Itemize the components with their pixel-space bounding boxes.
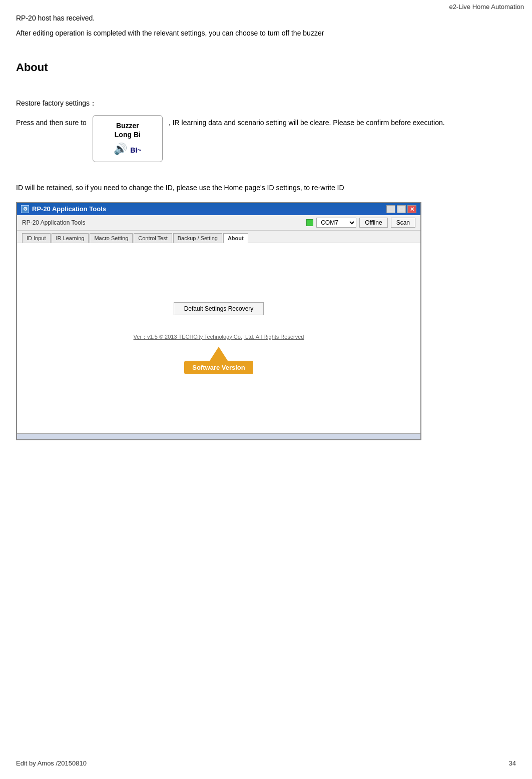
- app-titlebar: ⚙ RP-20 Application Tools _ □ ✕: [17, 203, 420, 215]
- toolbar-right: COM7 Offline Scan: [306, 218, 415, 228]
- tab-ir-learning[interactable]: IR Learning: [52, 233, 89, 243]
- app-window: ⚙ RP-20 Application Tools _ □ ✕ RP-20 Ap…: [16, 202, 421, 440]
- tab-about[interactable]: About: [223, 233, 248, 243]
- page-header: e2-Live Home Automation: [0, 0, 532, 13]
- titlebar-left: ⚙ RP-20 Application Tools: [21, 205, 106, 213]
- header-title: e2-Live Home Automation: [449, 3, 524, 11]
- annotation-arrow: [210, 347, 228, 361]
- intro-line1: RP-20 host has received.: [16, 13, 516, 24]
- restore-button[interactable]: □: [397, 205, 406, 213]
- tab-id-input[interactable]: ID Input: [22, 233, 51, 243]
- intro-line2: After editing operation is completed wit…: [16, 28, 516, 39]
- buzzer-row: Press and then sure to Buzzer Long Bi 🔊 …: [16, 115, 516, 162]
- toolbar-label: RP-20 Application Tools: [22, 219, 302, 226]
- scan-button[interactable]: Scan: [391, 218, 415, 228]
- titlebar-controls[interactable]: _ □ ✕: [386, 205, 416, 213]
- restore-heading: Restore factory settings：: [16, 99, 516, 108]
- app-tabs: ID Input IR Learning Macro Setting Contr…: [17, 231, 420, 243]
- buzzer-speaker-icon: 🔊 BI~: [102, 143, 153, 156]
- offline-button[interactable]: Offline: [359, 218, 387, 228]
- app-icon: ⚙: [21, 205, 29, 213]
- page-footer: Edit by Amos /20150810 34: [16, 759, 516, 767]
- app-title: RP-20 Application Tools: [32, 205, 106, 213]
- com-indicator: [306, 219, 313, 226]
- tab-backup-setting[interactable]: Backup / Setting: [173, 233, 222, 243]
- app-toolbar: RP-20 Application Tools COM7 Offline Sca…: [17, 215, 420, 231]
- buzzer-bi-text: BI~: [130, 146, 141, 154]
- press-text-right: , IR learning data and scenario setting …: [169, 115, 445, 129]
- id-note: ID will be retained, so if you need to c…: [16, 182, 516, 194]
- app-content: Default Settings Recovery Ver：v1.5 © 201…: [17, 243, 420, 433]
- footer-right: 34: [509, 759, 516, 767]
- minimize-button[interactable]: _: [386, 205, 395, 213]
- buzzer-box: Buzzer Long Bi 🔊 BI~: [93, 115, 163, 162]
- default-recovery-button[interactable]: Default Settings Recovery: [174, 302, 264, 315]
- buzzer-title: Buzzer: [102, 122, 153, 130]
- buzzer-subtitle: Long Bi: [102, 131, 153, 139]
- tab-macro-setting[interactable]: Macro Setting: [90, 233, 133, 243]
- app-statusbar: [17, 433, 420, 439]
- tab-control-test[interactable]: Control Test: [134, 233, 172, 243]
- footer-left: Edit by Amos /20150810: [16, 759, 87, 767]
- annotation-container: Ver：v1.5 © 2013 TECHCity Technology Co.,…: [134, 333, 304, 374]
- close-button[interactable]: ✕: [407, 205, 416, 213]
- annotation-label: Software Version: [184, 361, 253, 374]
- version-text: Ver：v1.5 © 2013 TECHCity Technology Co.,…: [134, 333, 304, 341]
- com-port-select[interactable]: COM7: [316, 218, 356, 228]
- about-heading: About: [16, 61, 516, 74]
- press-text-left: Press and then sure to: [16, 115, 87, 129]
